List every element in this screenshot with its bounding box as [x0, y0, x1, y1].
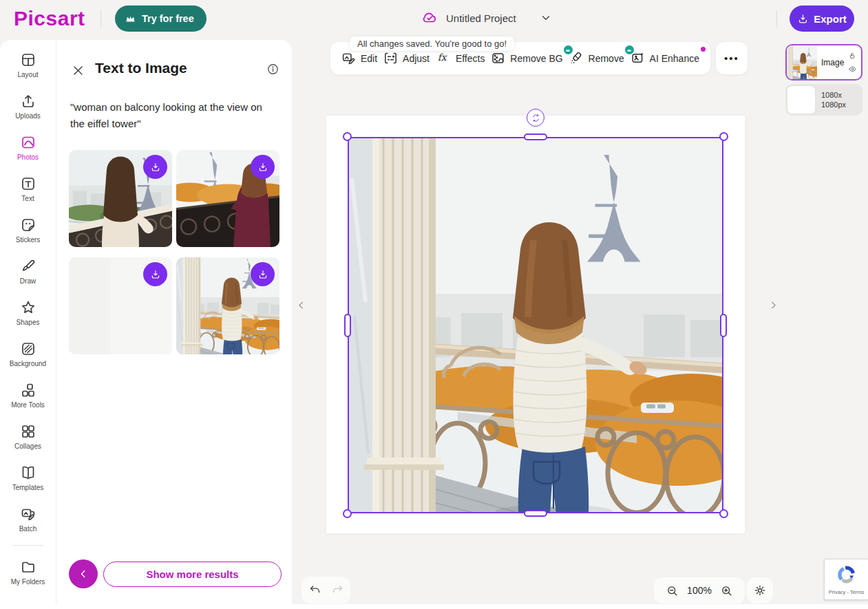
uploads-icon — [20, 93, 36, 109]
resize-handle-bottom-left[interactable] — [343, 509, 352, 518]
generated-image-result-3[interactable] — [69, 257, 172, 354]
effects-button[interactable]: fx Effects — [436, 50, 485, 67]
ai-enhance-icon — [631, 51, 645, 65]
zoom-level[interactable]: 100% — [687, 585, 712, 596]
sidebar-item-shapes[interactable]: Shapes — [0, 292, 56, 333]
sidebar-item-uploads[interactable]: Uploads — [0, 85, 56, 127]
generated-image-result-1[interactable] — [69, 150, 172, 247]
sidebar-item-label: Stickers — [16, 236, 41, 244]
sidebar-item-label: Collages — [14, 442, 41, 450]
chevron-down-icon — [540, 12, 552, 24]
sidebar-item-label: My Folders — [11, 578, 45, 586]
canvas-settings-button[interactable] — [747, 577, 773, 603]
svg-text:fx: fx — [438, 52, 448, 63]
generated-image-result-4[interactable] — [176, 257, 279, 354]
sidebar-item-collages[interactable]: Collages — [0, 416, 56, 457]
sidebar-item-draw[interactable]: Draw — [0, 250, 56, 292]
export-label: Export — [814, 13, 847, 25]
header-divider — [100, 10, 101, 28]
remove-icon — [569, 51, 584, 65]
canvas-image — [348, 137, 723, 513]
generated-image-result-2[interactable] — [176, 150, 279, 247]
gear-icon — [753, 584, 767, 597]
sidebar-item-background[interactable]: Background — [0, 333, 56, 374]
remove-bg-button[interactable]: Remove BG — [491, 51, 562, 65]
autosave-status: All changes saved. You're good to go! — [350, 36, 514, 51]
sidebar-item-label: Photos — [17, 153, 39, 161]
layer-item-background[interactable]: 1080x 1080px — [785, 84, 862, 116]
eye-icon[interactable] — [848, 65, 857, 74]
resize-handle-bottom-right[interactable] — [719, 509, 728, 518]
sidebar-item-label: Layout — [17, 71, 38, 78]
resize-handle-right[interactable] — [720, 314, 727, 337]
zoom-in-icon[interactable] — [720, 584, 733, 597]
remove-object-button[interactable]: Remove — [569, 51, 624, 65]
export-button[interactable]: Export — [790, 6, 854, 32]
download-result-button[interactable] — [143, 262, 167, 286]
sidebar-item-batch[interactable]: Batch — [0, 498, 56, 539]
resize-handle-top-right[interactable] — [719, 132, 728, 141]
layer-name: Image — [821, 58, 848, 67]
redo-icon[interactable] — [331, 584, 344, 597]
sidebar-item-layout[interactable]: Layout — [0, 44, 56, 85]
sidebar-item-stickers[interactable]: Stickers — [0, 209, 56, 250]
prompt-text: "woman on balcony looking at the view on… — [70, 99, 277, 133]
adjust-button[interactable]: Adjust — [383, 51, 430, 65]
rotate-handle[interactable] — [527, 109, 544, 127]
toolbar-label: Adjust — [403, 53, 430, 64]
sidebar-item-more-tools[interactable]: More Tools — [0, 374, 56, 416]
download-icon — [797, 13, 809, 25]
sidebar-item-my-folders[interactable]: My Folders — [0, 551, 56, 592]
zoom-out-icon[interactable] — [666, 584, 679, 597]
resize-handle-bottom[interactable] — [524, 510, 547, 517]
effects-icon: fx — [436, 50, 451, 67]
new-feature-dot — [701, 47, 706, 52]
sidebar-item-templates[interactable]: Templates — [0, 457, 56, 498]
background-layer-size: 1080x 1080px — [821, 90, 846, 110]
sidebar-item-label: Batch — [19, 525, 37, 533]
close-icon[interactable] — [72, 64, 85, 77]
text-icon — [20, 175, 36, 192]
adjust-icon — [383, 51, 398, 65]
toolbar-label: Remove — [589, 53, 624, 64]
collapse-panel-chevron-left[interactable] — [293, 297, 309, 313]
edit-icon — [341, 51, 356, 65]
resize-handle-left[interactable] — [344, 314, 351, 337]
sidebar-item-photos[interactable]: Photos — [0, 127, 56, 168]
toolbar-label: Remove BG — [510, 53, 562, 64]
download-result-button[interactable] — [143, 155, 167, 179]
undo-icon[interactable] — [308, 584, 321, 597]
recaptcha-badge[interactable]: Privacy - Terms — [824, 559, 868, 600]
show-more-results-button[interactable]: Show more results — [103, 562, 282, 587]
recaptcha-logo-icon — [836, 564, 857, 588]
back-button[interactable] — [69, 559, 98, 588]
info-icon[interactable] — [266, 63, 279, 76]
canvas-artboard[interactable] — [326, 116, 745, 533]
layout-icon — [20, 52, 36, 68]
shapes-icon — [20, 299, 36, 316]
ai-enhance-button[interactable]: AI Enhance — [631, 51, 699, 65]
resize-handle-top-left[interactable] — [343, 132, 352, 141]
try-for-free-button[interactable]: Try for free — [115, 6, 207, 32]
try-for-free-label: Try for free — [142, 13, 194, 24]
picsart-editor: Picsart Try for free Untitled Project Ex… — [0, 0, 868, 609]
resize-handle-top[interactable] — [524, 133, 547, 140]
bottom-strip — [0, 604, 868, 609]
collages-icon — [20, 423, 36, 440]
recaptcha-privacy-terms[interactable]: Privacy - Terms — [829, 589, 865, 595]
unlock-icon[interactable] — [848, 52, 857, 60]
expand-panel-chevron-right[interactable] — [765, 297, 781, 313]
download-result-button[interactable] — [251, 262, 275, 286]
zoom-controls: 100% — [654, 577, 745, 603]
layer-item-image[interactable]: Image — [785, 44, 862, 81]
download-result-button[interactable] — [251, 155, 275, 179]
edit-button[interactable]: Edit — [341, 51, 377, 65]
remove-bg-icon — [491, 51, 505, 65]
picsart-logo: Picsart — [14, 7, 85, 30]
more-options-button[interactable]: ••• — [716, 42, 748, 74]
text-to-image-panel: Text to Image "woman on balcony looking … — [56, 40, 292, 609]
project-menu[interactable]: Untitled Project — [421, 10, 552, 26]
selected-image-layer[interactable] — [348, 137, 723, 513]
background-layer-thumbnail — [787, 86, 815, 114]
sidebar-item-text[interactable]: Text — [0, 168, 56, 209]
